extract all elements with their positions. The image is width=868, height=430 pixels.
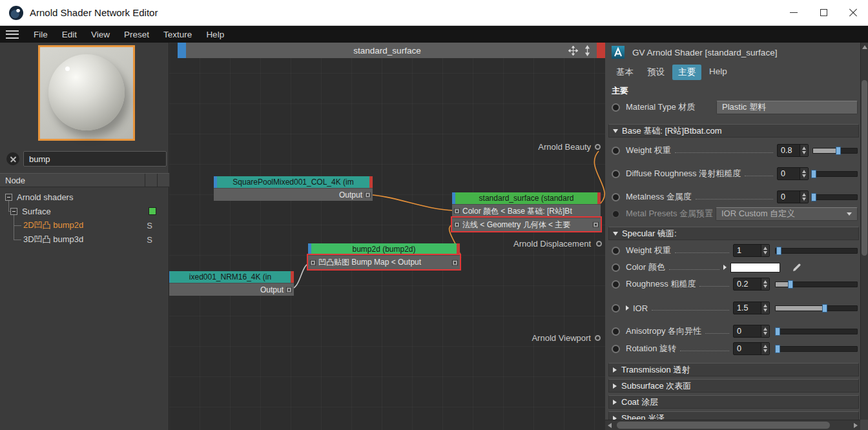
- scroll-up-arrow[interactable]: [862, 45, 867, 49]
- rotation-slider[interactable]: [775, 346, 858, 352]
- anisotropy-field[interactable]: 0: [733, 325, 770, 338]
- menu-preset[interactable]: Preset: [117, 26, 156, 43]
- node-header[interactable]: SquarePoolMixed001_COL_4K (im: [214, 176, 373, 188]
- spinner-arrows-icon[interactable]: [761, 245, 769, 256]
- horizontal-scrollbar-thumb[interactable]: [617, 422, 830, 429]
- anim-dot[interactable]: [612, 193, 620, 201]
- vertical-scrollbar[interactable]: [860, 43, 868, 420]
- node-standard-surface[interactable]: standard_surface (standard Color 颜色 < Ba…: [452, 192, 601, 231]
- menu-view[interactable]: View: [84, 26, 117, 43]
- metalness-slider[interactable]: [812, 194, 858, 200]
- material-preview[interactable]: [38, 45, 135, 141]
- spinner-arrows-icon[interactable]: [761, 343, 769, 354]
- maximize-button[interactable]: [809, 0, 838, 25]
- tree-item-bump3d[interactable]: 3D凹凸 bump3d S: [0, 232, 169, 247]
- slider-handle[interactable]: [811, 170, 816, 178]
- input-port[interactable]: [310, 260, 316, 265]
- scroll-right-arrow[interactable]: [854, 423, 858, 428]
- node-header[interactable]: ixed001_NRM16_4K (in: [169, 271, 294, 283]
- collapse-icon[interactable]: [5, 194, 12, 201]
- menu-texture[interactable]: Texture: [156, 26, 199, 43]
- chevron-right-icon[interactable]: [626, 305, 629, 311]
- collapse-icon[interactable]: [10, 208, 17, 215]
- tree-item-arnold-shaders[interactable]: Arnold shaders: [0, 190, 169, 204]
- tab-basic[interactable]: 基本: [610, 65, 639, 80]
- metalness-field[interactable]: 0: [777, 190, 809, 203]
- wire-color-to-surface[interactable]: [365, 194, 454, 210]
- node-color-texture[interactable]: SquarePoolMixed001_COL_4K (im Output: [214, 176, 373, 201]
- spinner-arrows-icon[interactable]: [761, 302, 769, 314]
- output-arnold-displacement-port[interactable]: [596, 241, 602, 247]
- chevron-right-icon[interactable]: [723, 265, 727, 270]
- specular-roughness-slider[interactable]: [775, 282, 858, 287]
- slider-handle[interactable]: [775, 327, 780, 336]
- menu-help[interactable]: Help: [199, 26, 231, 43]
- anim-dot[interactable]: [612, 345, 620, 353]
- vertical-scrollbar-thumb[interactable]: [862, 80, 867, 256]
- fit-vertical-icon[interactable]: [582, 45, 593, 56]
- output-port[interactable]: [593, 222, 599, 228]
- specular-roughness-field[interactable]: 0.2: [733, 278, 770, 291]
- anisotropy-slider[interactable]: [775, 329, 858, 334]
- scroll-left-arrow[interactable]: [608, 423, 612, 428]
- minimize-button[interactable]: [779, 0, 809, 25]
- node-row-color-input[interactable]: Color 颜色 < Base 基础: [R站]Bt: [452, 204, 601, 218]
- tree-item-surface[interactable]: Surface: [0, 204, 169, 218]
- spinner-arrows-icon[interactable]: [761, 278, 769, 290]
- anim-dot[interactable]: [612, 280, 620, 289]
- slider-handle[interactable]: [811, 193, 816, 201]
- tab-help[interactable]: Help: [703, 65, 733, 80]
- section-base[interactable]: Base 基础: [R站]Btbat.com: [608, 124, 859, 138]
- output-arnold-beauty-port[interactable]: [595, 144, 601, 150]
- specular-weight-slider[interactable]: [775, 248, 858, 254]
- ior-field[interactable]: 1.5: [733, 302, 770, 314]
- anim-dot[interactable]: [612, 304, 620, 312]
- metal-presets-dropdown[interactable]: IOR Custom 自定义: [716, 207, 858, 221]
- diffuse-roughness-slider[interactable]: [812, 171, 858, 177]
- spinner-arrows-icon[interactable]: [800, 145, 808, 156]
- search-input[interactable]: [23, 151, 167, 167]
- node-header[interactable]: bump2d (bump2d): [308, 243, 460, 255]
- output-port[interactable]: [365, 192, 371, 198]
- output-port[interactable]: [452, 260, 458, 265]
- material-type-dropdown[interactable]: Plastic 塑料: [716, 101, 858, 114]
- menu-edit[interactable]: Edit: [55, 26, 84, 43]
- tab-main[interactable]: 主要: [672, 65, 701, 80]
- node-row-output[interactable]: Output: [169, 283, 294, 296]
- slider-handle[interactable]: [822, 304, 827, 312]
- base-weight-slider[interactable]: [812, 148, 858, 154]
- anim-dot[interactable]: [612, 247, 620, 255]
- input-port[interactable]: [454, 222, 460, 228]
- slider-handle[interactable]: [836, 147, 841, 155]
- surface-color-swatch[interactable]: [149, 207, 156, 215]
- tree-item-bump2d[interactable]: 2D凹凸 bump2d S: [0, 218, 169, 232]
- slider-handle[interactable]: [776, 247, 781, 255]
- node-bump2d[interactable]: bump2d (bump2d) 凹凸贴图 Bump Map < Output: [308, 243, 460, 269]
- section-specular[interactable]: Specular 镜面:: [608, 227, 859, 240]
- anim-dot[interactable]: [612, 327, 620, 336]
- slider-handle[interactable]: [775, 345, 780, 353]
- specular-weight-field[interactable]: 1: [733, 244, 770, 257]
- node-row-output[interactable]: Output: [214, 188, 373, 201]
- node-header[interactable]: standard_surface (standard: [452, 192, 601, 204]
- specular-color-swatch[interactable]: [730, 263, 780, 272]
- section-coat[interactable]: Coat 涂层: [608, 395, 859, 409]
- tab-presets[interactable]: 预设: [641, 65, 670, 80]
- anim-dot[interactable]: [612, 103, 620, 112]
- output-arnold-viewport-port[interactable]: [595, 335, 601, 341]
- anim-dot[interactable]: [612, 170, 620, 178]
- hamburger-menu-icon[interactable]: [6, 30, 19, 39]
- search-clear-button[interactable]: [6, 152, 19, 165]
- section-transmission[interactable]: Transmission 透射: [608, 363, 859, 376]
- spinner-arrows-icon[interactable]: [800, 191, 808, 203]
- node-row-bumpmap[interactable]: 凹凸贴图 Bump Map < Output: [308, 255, 460, 269]
- output-port[interactable]: [286, 287, 292, 292]
- base-weight-field[interactable]: 0.8: [777, 144, 809, 157]
- eyedropper-icon[interactable]: [792, 262, 802, 272]
- slider-handle[interactable]: [788, 280, 793, 289]
- anim-dot[interactable]: [612, 263, 620, 272]
- close-button[interactable]: [838, 0, 868, 25]
- anim-dot[interactable]: [612, 210, 620, 218]
- pan-icon[interactable]: [568, 45, 579, 56]
- anim-dot[interactable]: [612, 147, 620, 155]
